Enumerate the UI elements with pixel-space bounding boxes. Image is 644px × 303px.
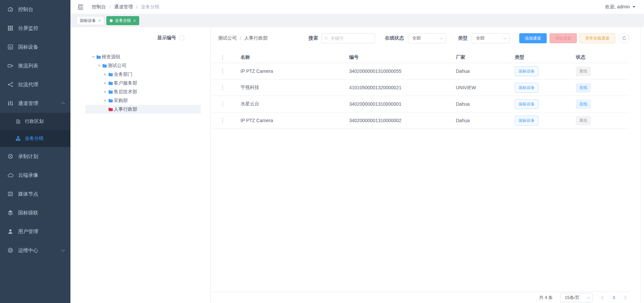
sidebar-item-label: 国标设备 bbox=[18, 44, 38, 50]
cell-code: 34020000001310000055 bbox=[349, 68, 456, 74]
page-number[interactable]: 1 bbox=[613, 295, 615, 300]
cell-code: 34020000001310000001 bbox=[349, 101, 456, 107]
toolbar-controls: 搜索 在线状态 全部 类型 全部 添加通道 移除通道 异常挂载通道 bbox=[309, 33, 629, 43]
online-state-value: 全部 bbox=[412, 35, 421, 41]
column-header-status: 状态 bbox=[576, 54, 630, 60]
tree-node-purchasing-dept[interactable]: 采购部 bbox=[85, 96, 201, 105]
refresh-button[interactable] bbox=[619, 33, 629, 43]
caret-collapsed-icon[interactable] bbox=[103, 99, 107, 102]
tree-node-label: 人事行政部 bbox=[114, 106, 137, 112]
breadcrumb-item-console[interactable]: 控制台 bbox=[92, 4, 106, 10]
scrollbar-track bbox=[640, 27, 641, 303]
sidebar: 控制台 分屏监控 G 国标设备 推流列表 拉流代理 通道管理 bbox=[0, 0, 70, 303]
sidebar-item-record-plan[interactable]: 录制计划 bbox=[0, 147, 70, 166]
search-input[interactable] bbox=[330, 36, 372, 41]
select-all-checkbox[interactable] bbox=[222, 54, 223, 60]
folder-icon bbox=[108, 72, 113, 77]
main-content: 显示编号 根资源组 测试公司 业务部门 客户服务部 bbox=[70, 27, 644, 303]
online-state-select[interactable]: 全部 bbox=[408, 33, 446, 43]
collapse-menu-icon[interactable] bbox=[77, 4, 84, 10]
sidebar-item-gb-device[interactable]: G 国标设备 bbox=[0, 38, 70, 56]
tab-business-group[interactable]: 业务分组 bbox=[106, 16, 140, 25]
sidebar-item-user-management[interactable]: 用户管理 bbox=[0, 222, 70, 241]
next-page-button[interactable] bbox=[620, 293, 629, 302]
sidebar-item-cloud-record[interactable]: 云端录像 bbox=[0, 166, 70, 185]
user-menu[interactable]: 欢迎, admin bbox=[605, 4, 635, 10]
sidebar-item-channel-management[interactable]: 通道管理 bbox=[0, 94, 70, 113]
remove-channel-button[interactable]: 移除通道 bbox=[549, 33, 577, 43]
sidebar-item-admin-region[interactable]: 行政区划 bbox=[0, 113, 70, 130]
status-badge: 在线 bbox=[576, 100, 591, 109]
group-breadcrumb-company[interactable]: 测试公司 bbox=[218, 35, 237, 41]
row-checkbox[interactable] bbox=[222, 117, 223, 123]
tree-node-label: 采购部 bbox=[114, 98, 128, 104]
add-channel-button[interactable]: 添加通道 bbox=[519, 33, 547, 43]
tab-label: 国标设备 bbox=[80, 18, 96, 23]
table-row[interactable]: 宇视科技 41010500001320000021 UNIVIEW 国标设备 在… bbox=[211, 80, 630, 96]
tree-node-label: 根资源组 bbox=[102, 54, 120, 60]
sidebar-item-label: 国标级联 bbox=[18, 210, 38, 216]
show-id-checkbox[interactable] bbox=[179, 36, 184, 40]
sidebar-item-label: 用户管理 bbox=[18, 229, 38, 235]
tree-node-business-dept[interactable]: 业务部门 bbox=[85, 70, 201, 79]
table-row[interactable]: IP PTZ Camera 34020000001310000002 Dahua… bbox=[211, 112, 630, 129]
page-size-select[interactable]: 15条/页 bbox=[560, 293, 593, 302]
tree-node-root[interactable]: 根资源组 bbox=[85, 53, 201, 61]
close-icon[interactable] bbox=[98, 18, 101, 23]
column-header-type: 类型 bbox=[515, 54, 576, 60]
close-icon[interactable] bbox=[133, 18, 136, 23]
tree-node-hr-admin-dept[interactable]: 人事行政部 bbox=[85, 105, 201, 114]
page-size-value: 15条/页 bbox=[565, 295, 580, 301]
sidebar-item-gb-cascade[interactable]: 国标级联 bbox=[0, 203, 70, 222]
group-tree: 根资源组 测试公司 业务部门 客户服务部 售后技术部 bbox=[70, 53, 210, 114]
tree-node-label: 测试公司 bbox=[108, 63, 126, 69]
topbar: 控制台 / 通道管理 / 业务分组 欢迎, admin bbox=[70, 0, 644, 14]
sidebar-item-label: 运维中心 bbox=[18, 247, 38, 254]
tree-node-aftersales-dept[interactable]: 售后技术部 bbox=[85, 88, 201, 96]
chevron-up-icon bbox=[61, 102, 65, 106]
caret-expanded-icon[interactable] bbox=[91, 56, 95, 58]
caret-collapsed-icon[interactable] bbox=[103, 73, 107, 76]
cell-code: 41010500001320000021 bbox=[349, 85, 456, 90]
type-select[interactable]: 全部 bbox=[472, 33, 510, 43]
push-stream-icon bbox=[7, 63, 13, 69]
table-row[interactable]: IP PTZ Camera 34020000001310000055 Dahua… bbox=[211, 63, 630, 80]
row-checkbox[interactable] bbox=[222, 68, 223, 74]
ops-center-icon bbox=[7, 247, 13, 253]
gauge-icon bbox=[7, 6, 13, 12]
caret-collapsed-icon[interactable] bbox=[103, 82, 107, 85]
sidebar-item-media-node[interactable]: 媒体节点 bbox=[0, 185, 70, 203]
type-badge: 国标设备 bbox=[515, 116, 538, 125]
sidebar-item-label: 通道管理 bbox=[18, 100, 38, 107]
pull-proxy-icon bbox=[7, 82, 13, 88]
channel-management-submenu: 行政区划 业务分组 bbox=[0, 113, 70, 147]
prev-page-button[interactable] bbox=[599, 293, 608, 302]
column-header-name: 名称 bbox=[240, 54, 349, 60]
tree-node-company[interactable]: 测试公司 bbox=[85, 61, 201, 70]
row-checkbox[interactable] bbox=[222, 85, 223, 91]
breadcrumb-item-channel-management[interactable]: 通道管理 bbox=[114, 4, 133, 10]
caret-collapsed-icon[interactable] bbox=[103, 91, 107, 93]
sidebar-item-business-group[interactable]: 业务分组 bbox=[0, 130, 70, 147]
table-row[interactable]: 水星云台 34020000001310000001 Dahua 国标设备 在线 bbox=[211, 96, 630, 112]
abnormal-mount-channel-button[interactable]: 异常挂载通道 bbox=[580, 33, 615, 43]
cell-vendor: Dahua bbox=[456, 101, 515, 107]
sidebar-item-console[interactable]: 控制台 bbox=[0, 0, 70, 19]
row-checkbox[interactable] bbox=[222, 101, 223, 107]
tree-node-customer-service-dept[interactable]: 客户服务部 bbox=[85, 79, 201, 88]
online-state-label: 在线状态 bbox=[385, 35, 404, 41]
folder-icon bbox=[108, 81, 113, 86]
sidebar-item-label: 云端录像 bbox=[18, 172, 38, 179]
search-box bbox=[321, 33, 375, 43]
active-dot-icon bbox=[110, 19, 113, 22]
welcome-text: 欢迎, admin bbox=[605, 4, 630, 10]
type-badge: 国标设备 bbox=[515, 83, 538, 93]
sidebar-item-split-monitor[interactable]: 分屏监控 bbox=[0, 19, 70, 38]
sidebar-item-push-stream[interactable]: 推流列表 bbox=[0, 56, 70, 75]
sidebar-item-label: 拉流代理 bbox=[18, 82, 38, 88]
caret-expanded-icon[interactable] bbox=[97, 65, 101, 67]
record-plan-icon bbox=[7, 153, 13, 159]
tab-gb-device[interactable]: 国标设备 bbox=[76, 16, 104, 25]
sidebar-item-ops-center[interactable]: 运维中心 bbox=[0, 241, 70, 260]
sidebar-item-pull-proxy[interactable]: 拉流代理 bbox=[0, 75, 70, 94]
